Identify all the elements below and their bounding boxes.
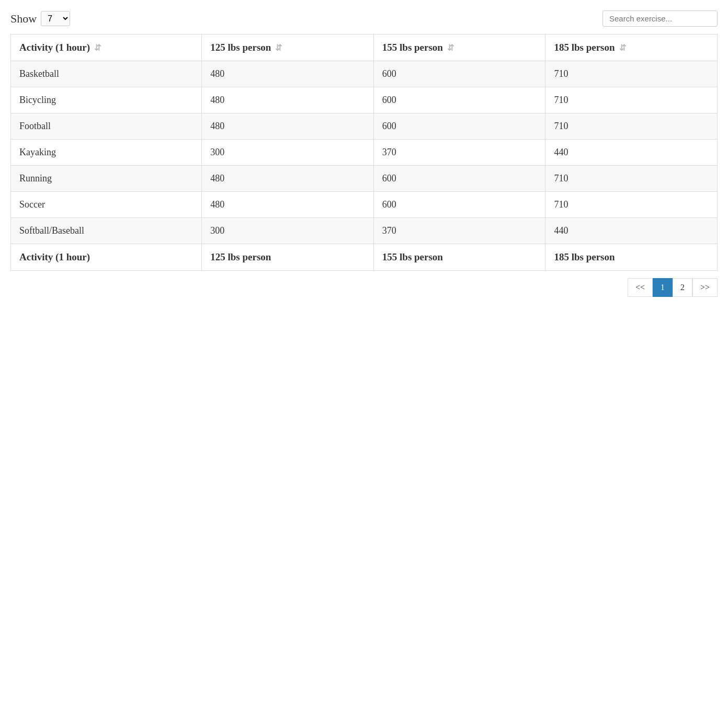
cell-activity: Softball/Baseball (11, 218, 202, 244)
pagination-prev[interactable]: << (628, 278, 653, 297)
cell-lbs125: 480 (202, 113, 374, 140)
footer-col-185lbs: 185 lbs person (545, 244, 718, 271)
table-row: Kayaking300370440 (11, 140, 718, 166)
sort-icon-185lbs[interactable]: ⇵ (619, 43, 626, 53)
cell-lbs155: 600 (373, 87, 545, 113)
col-header-activity: Activity (1 hour) ⇵ (11, 34, 202, 61)
cell-lbs155: 370 (373, 140, 545, 166)
cell-lbs125: 480 (202, 61, 374, 87)
cell-lbs185: 440 (545, 218, 718, 244)
search-input[interactable] (602, 10, 718, 27)
table-row: Soccer480600710 (11, 192, 718, 218)
table-row: Softball/Baseball300370440 (11, 218, 718, 244)
footer-col-125lbs: 125 lbs person (202, 244, 374, 271)
cell-lbs155: 600 (373, 192, 545, 218)
col-header-125lbs: 125 lbs person ⇵ (202, 34, 374, 61)
cell-activity: Soccer (11, 192, 202, 218)
cell-lbs185: 440 (545, 140, 718, 166)
table-footer-row: Activity (1 hour) 125 lbs person 155 lbs… (11, 244, 718, 271)
cell-lbs185: 710 (545, 166, 718, 192)
col-header-185lbs: 185 lbs person ⇵ (545, 34, 718, 61)
cell-lbs125: 300 (202, 140, 374, 166)
show-select[interactable]: 5 7 10 25 50 (41, 11, 70, 26)
cell-lbs125: 480 (202, 87, 374, 113)
footer-col-activity: Activity (1 hour) (11, 244, 202, 271)
table-row: Running480600710 (11, 166, 718, 192)
pagination-next[interactable]: >> (692, 278, 718, 297)
col-header-155lbs: 155 lbs person ⇵ (373, 34, 545, 61)
cell-activity: Running (11, 166, 202, 192)
cell-activity: Bicycling (11, 87, 202, 113)
cell-lbs125: 480 (202, 192, 374, 218)
cell-lbs155: 600 (373, 113, 545, 140)
cell-lbs155: 370 (373, 218, 545, 244)
cell-lbs155: 600 (373, 166, 545, 192)
pagination: << 1 2 >> (10, 278, 718, 297)
exercise-table: Activity (1 hour) ⇵ 125 lbs person ⇵ 155… (10, 34, 718, 271)
cell-lbs125: 480 (202, 166, 374, 192)
sort-icon-155lbs[interactable]: ⇵ (447, 43, 454, 53)
sort-icon-activity[interactable]: ⇵ (94, 43, 101, 53)
cell-lbs185: 710 (545, 61, 718, 87)
table-row: Bicycling480600710 (11, 87, 718, 113)
table-row: Football480600710 (11, 113, 718, 140)
footer-col-155lbs: 155 lbs person (373, 244, 545, 271)
table-row: Basketball480600710 (11, 61, 718, 87)
show-section: Show 5 7 10 25 50 (10, 11, 70, 26)
cell-lbs185: 710 (545, 192, 718, 218)
cell-lbs185: 710 (545, 87, 718, 113)
pagination-page-2[interactable]: 2 (673, 278, 692, 297)
cell-lbs125: 300 (202, 218, 374, 244)
cell-activity: Basketball (11, 61, 202, 87)
cell-lbs155: 600 (373, 61, 545, 87)
sort-icon-125lbs[interactable]: ⇵ (275, 43, 282, 53)
cell-lbs185: 710 (545, 113, 718, 140)
top-bar: Show 5 7 10 25 50 (10, 10, 718, 27)
pagination-page-1[interactable]: 1 (653, 278, 673, 297)
table-header-row: Activity (1 hour) ⇵ 125 lbs person ⇵ 155… (11, 34, 718, 61)
cell-activity: Football (11, 113, 202, 140)
cell-activity: Kayaking (11, 140, 202, 166)
show-label: Show (10, 12, 37, 26)
